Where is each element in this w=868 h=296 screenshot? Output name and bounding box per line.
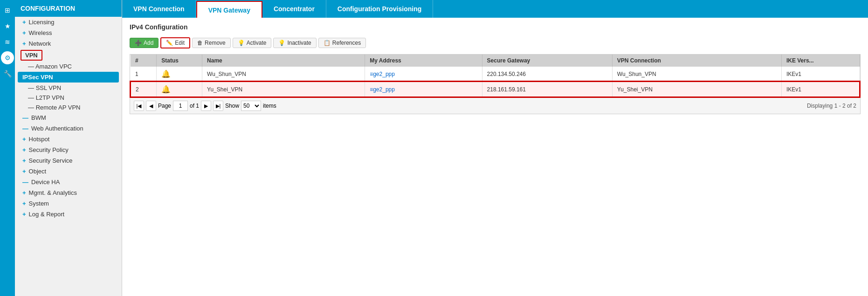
sidebar-item-device-ha[interactable]: — Device HA — [15, 177, 122, 187]
cell-name-1: Wu_Shun_VPN — [202, 67, 365, 82]
cell-sgw-1: 220.134.50.246 — [482, 67, 612, 82]
references-button[interactable]: 📋 References — [318, 38, 366, 48]
page-label: Page — [158, 103, 171, 109]
sidebar-item-security-service[interactable]: + Security Service — [15, 155, 122, 166]
last-page-button[interactable]: ▶| — [213, 101, 223, 111]
sidebar-item-amazon-vpc[interactable]: — Amazon VPC — [15, 62, 122, 71]
col-header-name[interactable]: Name — [202, 55, 365, 67]
cell-sgw-2: 218.161.59.161 — [482, 82, 612, 97]
next-page-button[interactable]: ▶ — [201, 101, 211, 111]
sidebar-item-security-policy[interactable]: + Security Policy — [15, 145, 122, 155]
cell-num-2: 2 — [131, 82, 157, 97]
add-button[interactable]: ➕ Add — [130, 38, 158, 48]
pagination: |◀ ◀ Page of 1 ▶ ▶| Show 50 100 200 item… — [130, 97, 860, 114]
myaddr-link-2[interactable]: ≡ge2_ppp — [370, 86, 395, 93]
main-area: VPN Connection VPN Gateway Concentrator … — [122, 0, 868, 296]
wrench-icon[interactable]: 🔧 — [1, 67, 14, 80]
cell-status-2: 🔔 — [157, 82, 202, 97]
col-header-myaddress[interactable]: My Address — [365, 55, 482, 67]
cell-name-2: Yu_Shei_VPN — [202, 82, 365, 97]
sidebar-item-licensing[interactable]: + Licensing — [15, 17, 122, 28]
activate-icon: 💡 — [238, 40, 245, 46]
edit-button[interactable]: ✏️ Edit — [160, 37, 190, 48]
first-page-button[interactable]: |◀ — [134, 101, 144, 111]
sidebar-item-wireless[interactable]: + Wireless — [15, 28, 122, 38]
remove-icon: 🗑 — [197, 40, 203, 46]
sidebar-item-web-auth[interactable]: — Web Authentication — [15, 123, 122, 134]
status-icon-1: 🔔 — [161, 70, 171, 78]
show-label: Show — [225, 103, 239, 109]
toolbar: ➕ Add ✏️ Edit 🗑 Remove 💡 Activate 💡 Inac… — [130, 35, 861, 50]
of-label: of 1 — [190, 103, 199, 109]
items-label: items — [263, 103, 276, 109]
table-header-row: # Status Name My Address Secure Gateway … — [131, 55, 860, 67]
status-icon-2: 🔔 — [161, 85, 171, 93]
cell-vpnconn-2: Yu_Shei_VPN — [612, 82, 781, 97]
sidebar-item-mgmt-analytics[interactable]: + Mgmt. & Analytics — [15, 187, 122, 198]
icon-bar: ⊞ ★ ≋ ⚙ 🔧 — [0, 0, 15, 296]
tab-vpn-gateway[interactable]: VPN Gateway — [196, 1, 262, 19]
vpn-gateway-table: # Status Name My Address Secure Gateway … — [130, 54, 861, 114]
top-tabs: VPN Connection VPN Gateway Concentrator … — [122, 0, 868, 18]
inactivate-button[interactable]: 💡 Inactivate — [273, 38, 316, 48]
sidebar-item-ssl-vpn[interactable]: — SSL VPN — [15, 83, 122, 93]
col-header-vpn-connection[interactable]: VPN Connection — [612, 55, 781, 67]
col-header-status[interactable]: Status — [157, 55, 202, 67]
sidebar-item-ipsec-vpn[interactable]: IPSec VPN — [18, 72, 119, 83]
references-icon: 📋 — [324, 40, 331, 46]
sidebar-item-vpn[interactable]: VPN — [21, 50, 42, 61]
dashboard-icon[interactable]: ⊞ — [1, 4, 14, 17]
sidebar-item-system[interactable]: + System — [15, 198, 122, 209]
content-area: IPv4 Configuration ➕ Add ✏️ Edit 🗑 Remov… — [122, 18, 868, 296]
page-size-select[interactable]: 50 100 200 — [241, 101, 261, 111]
tab-config-provisioning[interactable]: Configuration Provisioning — [326, 0, 433, 18]
activate-button[interactable]: 💡 Activate — [233, 38, 272, 48]
tab-concentrator[interactable]: Concentrator — [262, 0, 326, 18]
table-row[interactable]: 1 🔔 Wu_Shun_VPN ≡ge2_ppp 220.134.50.246 … — [131, 67, 860, 82]
table-row[interactable]: 2 🔔 Yu_Shei_VPN ≡ge2_ppp 218.161.59.161 … — [131, 82, 860, 97]
col-header-num: # — [131, 55, 157, 67]
sidebar-item-hotspot[interactable]: + Hotspot — [15, 134, 122, 145]
data-table: # Status Name My Address Secure Gateway … — [130, 55, 860, 97]
edit-icon: ✏️ — [166, 40, 173, 46]
remove-button[interactable]: 🗑 Remove — [192, 38, 231, 48]
plus-icon: ➕ — [135, 40, 142, 46]
cell-ike-2: IKEv1 — [781, 82, 860, 97]
cell-num-1: 1 — [131, 67, 157, 82]
gear-icon[interactable]: ⚙ — [1, 51, 14, 64]
sidebar-item-log-report[interactable]: + Log & Report — [15, 209, 122, 220]
tab-vpn-connection[interactable]: VPN Connection — [122, 0, 196, 18]
cell-status-1: 🔔 — [157, 67, 202, 82]
section-title: IPv4 Configuration — [130, 23, 861, 31]
cell-ike-1: IKEv1 — [781, 67, 860, 82]
sidebar-item-remote-ap-vpn[interactable]: — Remote AP VPN — [15, 103, 122, 112]
cell-myaddr-2: ≡ge2_ppp — [365, 82, 482, 97]
col-header-ike-version[interactable]: IKE Vers... — [781, 55, 860, 67]
sidebar-item-bwm[interactable]: — BWM — [15, 112, 122, 123]
cell-vpnconn-1: Wu_Shun_VPN — [612, 67, 781, 82]
sidebar: CONFIGURATION + Licensing + Wireless + N… — [15, 0, 122, 296]
prev-page-button[interactable]: ◀ — [146, 101, 156, 111]
displaying-label: Displaying 1 - 2 of 2 — [807, 103, 856, 109]
cell-myaddr-1: ≡ge2_ppp — [365, 67, 482, 82]
col-header-secure-gateway[interactable]: Secure Gateway — [482, 55, 612, 67]
star-icon[interactable]: ★ — [1, 20, 14, 33]
sidebar-item-network[interactable]: + Network — [15, 38, 122, 49]
sidebar-item-object[interactable]: + Object — [15, 166, 122, 177]
inactivate-icon: 💡 — [278, 40, 285, 46]
sidebar-item-l2tp-vpn[interactable]: — L2TP VPN — [15, 93, 122, 103]
sidebar-header: CONFIGURATION — [15, 0, 122, 17]
page-input[interactable] — [173, 101, 188, 111]
chart-icon[interactable]: ≋ — [1, 35, 14, 48]
myaddr-link-1[interactable]: ≡ge2_ppp — [370, 71, 395, 77]
